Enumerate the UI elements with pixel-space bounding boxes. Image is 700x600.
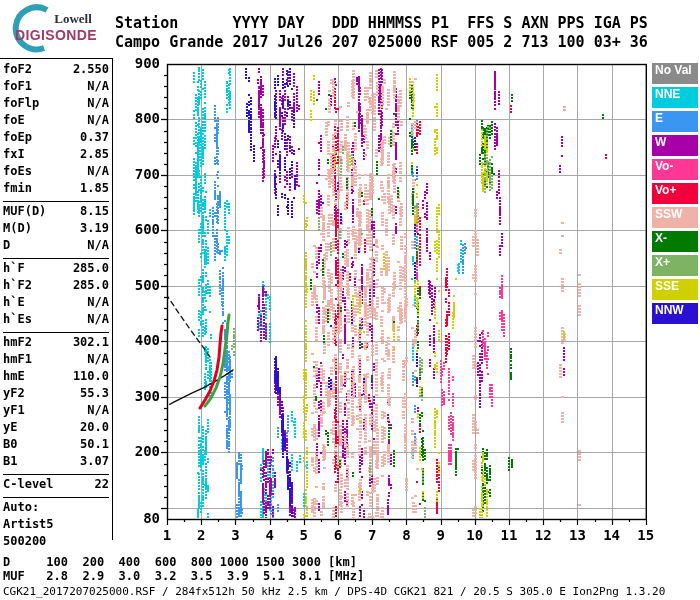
param-row-d: DN/A <box>3 238 109 255</box>
param-label: D <box>3 238 10 255</box>
x-tick-label: 6 <box>323 527 353 543</box>
param-value: 302.1 <box>73 335 109 352</box>
param-row-b1: B13.07 <box>3 454 109 471</box>
legend-item-vo: Vo+ <box>652 183 698 204</box>
param-value: 20.0 <box>80 420 109 437</box>
param-label: hmF2 <box>3 335 32 352</box>
legend-item-nnw: NNW <box>652 303 698 324</box>
param-row-hmf1: hmF1N/A <box>3 352 109 369</box>
param-row-foes: foEsN/A <box>3 164 109 181</box>
param-row-m-d: M(D)3.19 <box>3 221 109 238</box>
y-tick-label: 500 <box>126 277 160 293</box>
y-tick-label: 200 <box>126 443 160 459</box>
param-label: MUF(D) <box>3 204 46 221</box>
param-row-hmf2: hmF2302.1 <box>3 335 109 352</box>
legend-item-vo: Vo- <box>652 159 698 180</box>
param-label: h`E <box>3 295 25 312</box>
y-tick-label: 300 <box>126 388 160 404</box>
param-label: hmE <box>3 369 25 386</box>
param-label: yF1 <box>3 403 25 420</box>
y-tick-label: 400 <box>126 332 160 348</box>
param-row-yf2: yF255.3 <box>3 386 109 403</box>
param-label: Auto: <box>3 500 39 517</box>
param-row-500200: 500200 <box>3 534 109 551</box>
x-tick-label: 2 <box>186 527 216 543</box>
param-row-b0: B050.1 <box>3 437 109 454</box>
x-tick-label: 14 <box>597 527 627 543</box>
param-value: 1.85 <box>80 181 109 198</box>
param-row-hme: hmE110.0 <box>3 369 109 386</box>
param-value: 2.85 <box>80 147 109 164</box>
param-label: foEp <box>3 130 32 147</box>
param-value: 0.37 <box>80 130 109 147</box>
param-row-artist5: Artist5 <box>3 517 109 534</box>
param-label: Artist5 <box>3 517 54 534</box>
legend-item-x: X- <box>652 231 698 252</box>
param-value: 50.1 <box>80 437 109 454</box>
param-value: 285.0 <box>73 261 109 278</box>
param-row-muf-d: MUF(D)8.15 <box>3 204 109 221</box>
param-value: 2.550 <box>73 62 109 79</box>
param-label: foFlp <box>3 96 39 113</box>
param-row-h-f: h`F285.0 <box>3 261 109 278</box>
panel-divider <box>3 201 109 202</box>
y-tick-label: 80 <box>126 510 160 526</box>
param-value: N/A <box>87 113 109 130</box>
param-row-h-e: h`EN/A <box>3 295 109 312</box>
param-value: N/A <box>87 79 109 96</box>
param-label: hmF1 <box>3 352 32 369</box>
param-row-foflp: foFlpN/A <box>3 96 109 113</box>
panel-divider <box>3 258 109 259</box>
param-label: fxI <box>3 147 25 164</box>
param-label: h`F2 <box>3 278 32 295</box>
param-row-c-level: C-level22 <box>3 477 109 494</box>
direction-legend: No ValNNEEWVo-Vo+SSWX-X+SSENNW <box>652 63 698 327</box>
x-tick-label: 12 <box>528 527 558 543</box>
lowell-digisonde-logo: Lowell DIGISONDE <box>2 2 114 54</box>
panel-divider <box>3 332 109 333</box>
panel-divider <box>3 497 109 498</box>
param-row-fxi: fxI2.85 <box>3 147 109 164</box>
param-value: 55.3 <box>80 386 109 403</box>
x-tick-label: 4 <box>255 527 285 543</box>
x-tick-label: 5 <box>289 527 319 543</box>
param-row-ye: yE20.0 <box>3 420 109 437</box>
x-tick-label: 11 <box>494 527 524 543</box>
legend-item-x: X+ <box>652 255 698 276</box>
legend-item-ssw: SSW <box>652 207 698 228</box>
param-value: N/A <box>87 96 109 113</box>
param-row-fof1: foF1N/A <box>3 79 109 96</box>
logo-digisonde-text: DIGISONDE <box>4 27 108 43</box>
param-value: N/A <box>87 352 109 369</box>
y-tick-label: 600 <box>126 221 160 237</box>
param-value: 3.07 <box>80 454 109 471</box>
panel-right-divider <box>112 58 113 540</box>
parameter-panel: foF22.550foF1N/AfoFlpN/AfoEN/AfoEp0.37fx… <box>3 62 109 551</box>
x-tick-label: 13 <box>562 527 592 543</box>
param-label: B0 <box>3 437 17 454</box>
d-distance-row: D 100 200 400 600 800 1000 1500 3000 [km… <box>3 555 357 569</box>
param-row-h-es: h`EsN/A <box>3 312 109 329</box>
param-value: 110.0 <box>73 369 109 386</box>
param-value: N/A <box>87 312 109 329</box>
param-label: C-level <box>3 477 54 494</box>
param-label: M(D) <box>3 221 32 238</box>
param-row-foep: foEp0.37 <box>3 130 109 147</box>
param-label: B1 <box>3 454 17 471</box>
muf-row: MUF 2.8 2.9 3.0 3.2 3.5 3.9 5.1 8.1 [MHz… <box>3 569 364 583</box>
header-fields-row: Station YYYY DAY DDD HHMMSS P1 FFS S AXN… <box>115 14 648 32</box>
param-row-foe: foEN/A <box>3 113 109 130</box>
param-row-auto: Auto: <box>3 500 109 517</box>
param-row-h-f2: h`F2285.0 <box>3 278 109 295</box>
param-value: N/A <box>87 164 109 181</box>
param-row-fof2: foF22.550 <box>3 62 109 79</box>
legend-item-w: W <box>652 135 698 156</box>
param-label: foE <box>3 113 25 130</box>
x-tick-label: 8 <box>391 527 421 543</box>
param-value: N/A <box>87 238 109 255</box>
digisonde-ionogram-screen: { "logo": {"line1": "Lowell", "line2": "… <box>0 0 700 600</box>
param-value: 8.15 <box>80 204 109 221</box>
param-value: 3.19 <box>80 221 109 238</box>
y-tick-label: 800 <box>126 110 160 126</box>
legend-item-no-val: No Val <box>652 63 698 84</box>
